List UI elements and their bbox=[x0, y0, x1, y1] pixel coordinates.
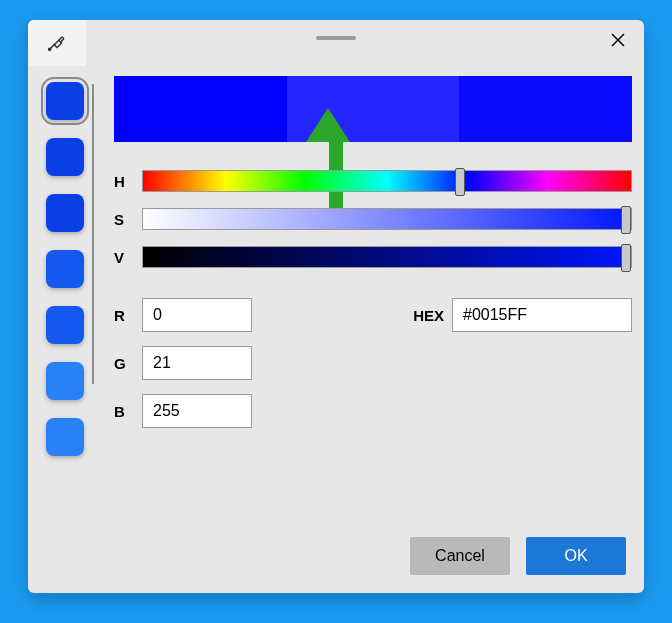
swatch-1[interactable] bbox=[46, 138, 84, 176]
g-input[interactable] bbox=[142, 346, 252, 380]
preview-left bbox=[114, 76, 287, 142]
value-slider[interactable] bbox=[142, 246, 632, 268]
color-preview[interactable] bbox=[114, 76, 632, 142]
close-icon bbox=[610, 32, 626, 53]
preview-right bbox=[459, 76, 632, 142]
b-input[interactable] bbox=[142, 394, 252, 428]
saturation-slider[interactable] bbox=[142, 208, 632, 230]
value-label: V bbox=[114, 249, 142, 266]
swatch-3[interactable] bbox=[46, 250, 84, 288]
value-thumb[interactable] bbox=[621, 244, 631, 272]
r-label: R bbox=[114, 307, 142, 324]
color-picker-dialog: H S V R HEX bbox=[28, 20, 644, 593]
preview-mid bbox=[287, 76, 460, 142]
ok-button[interactable]: OK bbox=[526, 537, 626, 575]
eyedropper-tab[interactable] bbox=[28, 20, 86, 66]
dialog-footer: Cancel OK bbox=[28, 533, 644, 593]
swatch-5[interactable] bbox=[46, 362, 84, 400]
swatch-column bbox=[34, 76, 96, 533]
saturation-label: S bbox=[114, 211, 142, 228]
r-input[interactable] bbox=[142, 298, 252, 332]
close-button[interactable] bbox=[606, 30, 630, 54]
swatch-divider bbox=[92, 84, 94, 384]
hue-thumb[interactable] bbox=[455, 168, 465, 196]
eyedropper-icon bbox=[46, 31, 68, 56]
saturation-thumb[interactable] bbox=[621, 206, 631, 234]
hex-input[interactable] bbox=[452, 298, 632, 332]
svg-point-0 bbox=[49, 48, 51, 50]
g-label: G bbox=[114, 355, 142, 372]
cancel-button[interactable]: Cancel bbox=[410, 537, 510, 575]
swatch-6[interactable] bbox=[46, 418, 84, 456]
swatch-2[interactable] bbox=[46, 194, 84, 232]
hue-slider[interactable] bbox=[142, 170, 632, 192]
b-label: B bbox=[114, 403, 142, 420]
swatch-4[interactable] bbox=[46, 306, 84, 344]
title-bar bbox=[28, 20, 644, 66]
hue-label: H bbox=[114, 173, 142, 190]
drag-handle-icon[interactable] bbox=[316, 36, 356, 40]
hex-label: HEX bbox=[396, 307, 452, 324]
swatch-0[interactable] bbox=[46, 82, 84, 120]
